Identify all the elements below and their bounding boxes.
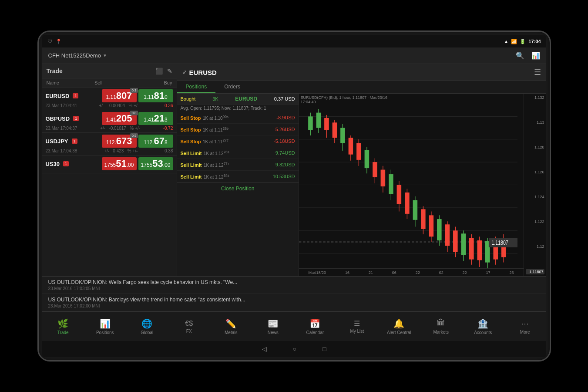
nav-global[interactable]: 🌐 Global [126,316,168,338]
tab-positions[interactable]: Positions [177,81,216,93]
metals-icon: ✏️ [225,318,236,329]
import-icon[interactable]: ⬛ [155,68,163,74]
news-item[interactable]: US OUTLOOK/OPINION: Wells Fargo sees lat… [42,277,546,294]
price-scale: 1.132 1.13 1.128 1.126 1.124 1.122 1.12 … [524,94,546,276]
sell-button[interactable]: 112. 673 0.5 [102,135,137,148]
trade-row[interactable]: EURUSD 1 1.11 807 0.3 1.11 [42,88,177,110]
svg-rect-23 [364,150,369,168]
news-title: US OUTLOOK/OPINION: Barclays view the tr… [48,297,540,303]
nav-accounts[interactable]: 🏦 Accounts [462,316,504,338]
buy-button[interactable]: 1.11 81 0 [138,89,173,102]
svg-rect-29 [389,174,393,194]
time-tick: 16 [345,270,349,275]
col-buy: Buy [164,80,172,85]
home-button[interactable]: ○ [293,345,296,352]
instrument-symbol: GBPUSD [46,115,70,122]
position-row[interactable]: Sell Limit 1K at 1.12777 9.82USD [177,159,299,171]
edit-icon[interactable]: ✎ [167,68,172,74]
buy-button[interactable]: 1755 53 .00 [138,157,173,170]
trade-row[interactable]: US30 1 1755 51 .00 1755 [42,155,177,173]
chart-bar-icon[interactable]: 📊 [531,51,540,60]
panel-header-icons: ⬛ ✎ [155,68,172,74]
nav-metals[interactable]: ✏️ Metals [210,316,252,338]
instrument-badge: 1 [73,116,79,121]
trade-panel-header: Trade ⬛ ✎ [42,64,177,78]
position-row[interactable]: Sell Limit 1K at 1.12769 9.74USD [177,147,299,159]
pos-pnl-value: -5.18USD [274,139,295,144]
tablet-device: 🛡 📍 ▲ 📶 🔋 17:04 CFH Net15225Demo ▼ 🔍 📊 [37,30,551,362]
tablet-screen: 🛡 📍 ▲ 📶 🔋 17:04 CFH Net15225Demo ▼ 🔍 📊 [42,35,546,357]
position-header-row: Bought 3K EURUSD 0.37 USD [177,94,299,105]
nav-markets[interactable]: 🏛 Markets [420,316,462,337]
trade-row[interactable]: USDJPY 1 112. 673 0.5 112. [42,133,177,155]
nav-more[interactable]: ⋯ More [504,316,546,337]
search-icon[interactable]: 🔍 [516,51,524,60]
trade-row[interactable]: GBPUSD 1 1.41 205 0.8 1.41 [42,110,177,133]
instrument-symbol: EURUSD [46,93,70,99]
nav-fx[interactable]: €$ FX [168,317,210,336]
chart-menu-icon[interactable]: ☰ [534,68,541,77]
sell-button[interactable]: 1.11 807 0.3 [102,89,137,102]
nav-positions[interactable]: 📊 Positions [84,316,126,338]
pos-pnl-value: 9.82USD [276,162,295,167]
trade-table-header: Name Sell Buy [42,78,177,88]
col-sell: Sell [94,80,102,85]
svg-rect-43 [445,224,450,246]
pos-avg: Avg. Open: 1.11795; Now: 1.11807; Track:… [177,105,299,112]
chart-info: EURUSD(CFH) (Bid); 1 hour, 1.11807 · Mar… [301,95,388,104]
svg-rect-51 [477,240,482,260]
chart-area: Bought 3K EURUSD 0.37 USD Avg. Open: 1.1… [177,94,546,276]
svg-rect-37 [421,209,426,229]
pos-details: 1K at 1.10905 [203,116,228,121]
news-item[interactable]: US OUTLOOK/OPINION: Barclays view the tr… [42,294,546,311]
tab-orders[interactable]: Orders [215,81,249,93]
svg-rect-27 [380,170,385,186]
pos-pnl-value: -8.9USD [276,115,295,120]
chart-tabs: Positions Orders [177,81,546,94]
sell-button[interactable]: 1755 51 .00 [102,157,137,170]
position-row[interactable]: Sell Limit 1K at 1.12848 10.53USD [177,171,299,182]
time-tick: 17 [486,270,491,275]
sell-button[interactable]: 1.41 205 0.8 [102,112,137,125]
svg-rect-39 [429,215,433,237]
position-row[interactable]: Sell Stop 1K at 1.11277 -5.18USD [177,135,299,147]
pos-symbol: EURUSD [235,96,257,102]
price-tick: 1.13 [526,120,544,125]
status-left-icons: 🛡 📍 [47,39,62,44]
nav-mylist[interactable]: ☰ My List [336,317,378,336]
instrument-change: +/- 0.423 % +/- [104,149,138,153]
price-tick: 1.126 [526,170,544,174]
position-row[interactable]: Sell Stop 1K at 1.11269 -5.26USD [177,124,299,135]
nav-calendar[interactable]: 📅 Calendar [294,316,336,338]
time-scale: Mar/18/20 16 21 06 22 02 22 17 23 [299,268,524,276]
mylist-icon: ☰ [354,319,360,328]
time-tick: 23 [509,270,514,275]
pos-label: Bought [181,96,196,101]
close-position-button[interactable]: Close Position [177,182,299,194]
chart-canvas: EURUSD(CFH) (Bid); 1 hour, 1.11807 · Mar… [299,94,546,276]
android-nav: ◁ ○ □ [42,341,546,357]
buy-button[interactable]: 112. 67 8 [138,135,173,148]
back-button[interactable]: ◁ [262,345,267,352]
pos-type: Sell Stop [181,115,201,121]
pos-details: 1K at 1.11269 [203,128,228,132]
instrument-pnl: 0.38 [165,149,173,153]
instrument-symbol: USDJPY [46,138,68,145]
svg-rect-47 [461,233,466,255]
time-tick: 06 [392,270,396,275]
nav-news[interactable]: 📰 News [252,316,294,338]
instrument-change: +/- -0.01017 % +/- [100,126,140,131]
nav-alert-central[interactable]: 🔔 Alert Central [378,316,420,338]
position-row[interactable]: Sell Stop 1K at 1.10905 -8.9USD [177,112,299,124]
nav-trade[interactable]: 🌿 Trade [42,316,84,338]
markets-icon: 🏛 [437,318,445,328]
price-tick: 1.124 [526,195,544,199]
trade-panel-title: Trade [47,68,63,74]
buy-button[interactable]: 1.41 21 3 [138,112,173,125]
prices-container: 1.11 807 0.3 1.11 81 0 [102,89,173,102]
svg-rect-15 [332,122,337,138]
recent-button[interactable]: □ [323,345,326,352]
instrument-symbol: US30 [46,161,60,167]
nav-label: Accounts [474,330,492,335]
price-tick: 1.12 [526,244,544,249]
